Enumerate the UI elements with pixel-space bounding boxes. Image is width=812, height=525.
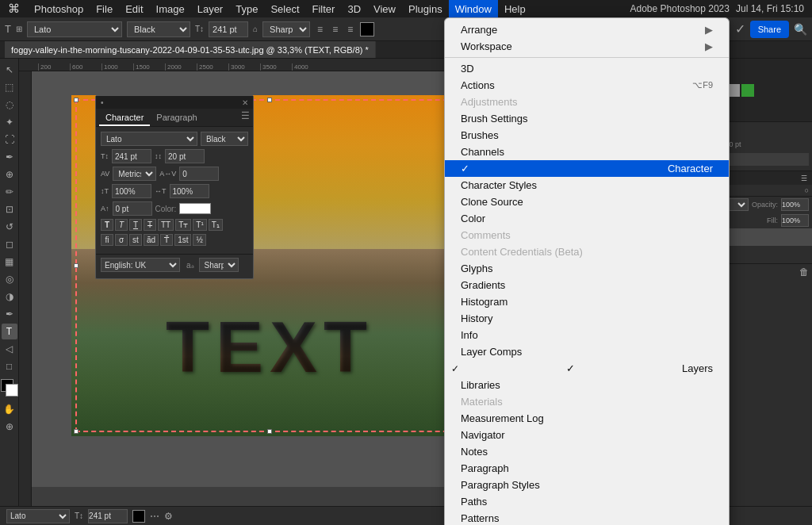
menubar-edit[interactable]: Edit (119, 0, 149, 17)
fg-bg-colors[interactable] (1, 379, 18, 397)
menu-brushes[interactable]: Brushes (445, 127, 729, 144)
char-tracking[interactable] (179, 167, 219, 181)
bottom-size-input[interactable] (88, 509, 128, 523)
menubar-view[interactable]: View (367, 0, 402, 17)
menu-layers[interactable]: ✓ Layers (445, 360, 729, 377)
subscript-button[interactable]: T₁ (209, 219, 223, 231)
character-tab[interactable]: Character (99, 110, 150, 126)
lasso-tool[interactable]: ◌ (2, 97, 17, 113)
align-left-button[interactable]: ≡ (315, 22, 325, 36)
menu-workspace[interactable]: Workspace ▶ (445, 38, 729, 55)
smallcaps-button[interactable]: Tᴛ (175, 219, 191, 231)
char-leading[interactable] (165, 149, 205, 163)
menu-layer-comps[interactable]: Layer Comps (445, 343, 729, 360)
type-tool[interactable]: T (2, 324, 17, 339)
menu-paragraph-styles[interactable]: Paragraph Styles (445, 477, 729, 493)
char-vscale[interactable] (112, 184, 151, 198)
char-panel-close[interactable]: ✕ (242, 98, 248, 107)
menubar-select[interactable]: Select (264, 0, 305, 17)
hand-tool[interactable]: ✋ (2, 401, 17, 417)
history-brush-tool[interactable]: ↺ (2, 219, 17, 235)
menu-3d[interactable]: 3D (445, 60, 729, 77)
menubar-type[interactable]: Type (229, 0, 264, 17)
underline-button[interactable]: T (129, 219, 142, 231)
char-color-swatch[interactable] (179, 203, 211, 214)
window-menu[interactable]: Arrange ▶ Workspace ▶ 3D Actions ⌥F9 Adj… (444, 17, 730, 525)
menu-measurement-log[interactable]: Measurement Log (445, 410, 729, 427)
clone-stamp-tool[interactable]: ⊡ (2, 201, 17, 217)
menubar-photoshop[interactable]: Photoshop (28, 0, 90, 17)
menubar-window[interactable]: Window (449, 0, 498, 17)
menubar-file[interactable]: File (90, 0, 119, 17)
menu-notes[interactable]: Notes (445, 443, 729, 460)
menubar-filter[interactable]: Filter (306, 0, 342, 17)
paragraph-tab[interactable]: Paragraph (150, 110, 203, 126)
menu-channels[interactable]: Channels (445, 144, 729, 160)
blur-tool[interactable]: ◎ (2, 271, 17, 287)
discretionary-button[interactable]: ãd (144, 234, 159, 246)
fill-input[interactable] (781, 214, 809, 227)
stylistic-button[interactable]: st (129, 234, 142, 246)
move-tool[interactable]: ↖ (2, 62, 17, 78)
rectangle-tool[interactable]: □ (2, 358, 17, 374)
selection-handle-bl[interactable] (74, 429, 79, 434)
font-size-input[interactable] (209, 21, 248, 37)
bottom-options-button[interactable]: ⋯ (150, 511, 159, 522)
type-tool-icon[interactable]: T (5, 23, 11, 35)
ordinals-button[interactable]: 1st (174, 234, 191, 246)
menu-navigator[interactable]: Navigator (445, 427, 729, 443)
superscript-button[interactable]: T¹ (193, 219, 206, 231)
selection-handle-tc[interactable] (267, 98, 272, 102)
character-panel-menu-icon[interactable]: ☰ (241, 110, 250, 126)
selection-handle-bc[interactable] (267, 429, 272, 434)
swatch-green[interactable] (741, 84, 754, 97)
font-family-select[interactable]: Lato (27, 21, 122, 37)
menu-patterns[interactable]: Patterns (445, 510, 729, 525)
fractions-button[interactable]: T̄ (160, 234, 173, 246)
menubar-help[interactable]: Help (498, 0, 532, 17)
menu-histogram[interactable]: Histogram (445, 293, 729, 310)
menu-color[interactable]: Color (445, 210, 729, 227)
bottom-settings-icon[interactable]: ⚙ (164, 511, 173, 522)
zoom-tool[interactable]: ⊕ (2, 419, 17, 435)
char-font-style[interactable]: Black (201, 132, 248, 146)
menu-libraries[interactable]: Libraries (445, 377, 729, 393)
delete-layer-button[interactable]: 🗑 (799, 266, 809, 278)
strikethrough-button[interactable]: T (144, 219, 156, 231)
menu-glyphs[interactable]: Glyphs (445, 260, 729, 277)
selection-handle-tl[interactable] (74, 98, 79, 102)
align-center-button[interactable]: ≡ (330, 22, 340, 36)
crop-tool[interactable]: ⛶ (2, 132, 17, 148)
search-icon[interactable]: 🔍 (794, 23, 807, 36)
apple-menu[interactable]: ⌘ (0, 2, 28, 16)
dodge-tool[interactable]: ◑ (2, 289, 17, 305)
language-select[interactable]: English: UK (101, 258, 180, 272)
char-baseline[interactable] (113, 201, 152, 216)
anti-alias-select[interactable]: Sharp (262, 21, 310, 37)
bottom-font-select[interactable]: Lato (6, 509, 70, 523)
ligature-button[interactable]: fi (101, 234, 113, 246)
layer-options[interactable]: ☰ (801, 174, 807, 182)
menu-paragraph[interactable]: Paragraph (445, 460, 729, 477)
opacity-input[interactable] (781, 198, 809, 211)
filter-toggle[interactable]: ○ (805, 186, 809, 194)
swash-button[interactable]: ½ (193, 234, 205, 246)
eyedropper-tool[interactable]: ✒ (2, 149, 17, 165)
rectangular-marquee-tool[interactable]: ⬚ (2, 79, 17, 95)
menubar-layer[interactable]: Layer (191, 0, 230, 17)
char-kerning[interactable]: Metrics (113, 167, 156, 181)
eraser-tool[interactable]: ◻ (2, 236, 17, 252)
gradient-tool[interactable]: ▦ (2, 254, 17, 270)
share-button[interactable]: Share (750, 21, 789, 38)
commit-icon[interactable]: ✓ (735, 21, 745, 36)
align-right-button[interactable]: ≡ (345, 22, 355, 36)
font-style-select[interactable]: Black (127, 21, 190, 37)
oldstyle-button[interactable]: σ (115, 234, 128, 246)
char-font-size[interactable] (112, 149, 151, 163)
selection-handle-ml[interactable] (74, 263, 79, 268)
menu-clone-source[interactable]: Clone Source (445, 194, 729, 210)
menubar-plugins[interactable]: Plugins (402, 0, 449, 17)
magic-wand-tool[interactable]: ✦ (2, 114, 17, 130)
aa-method-select[interactable]: Sharp (199, 258, 239, 272)
menu-character[interactable]: ✓ Character (445, 160, 729, 177)
